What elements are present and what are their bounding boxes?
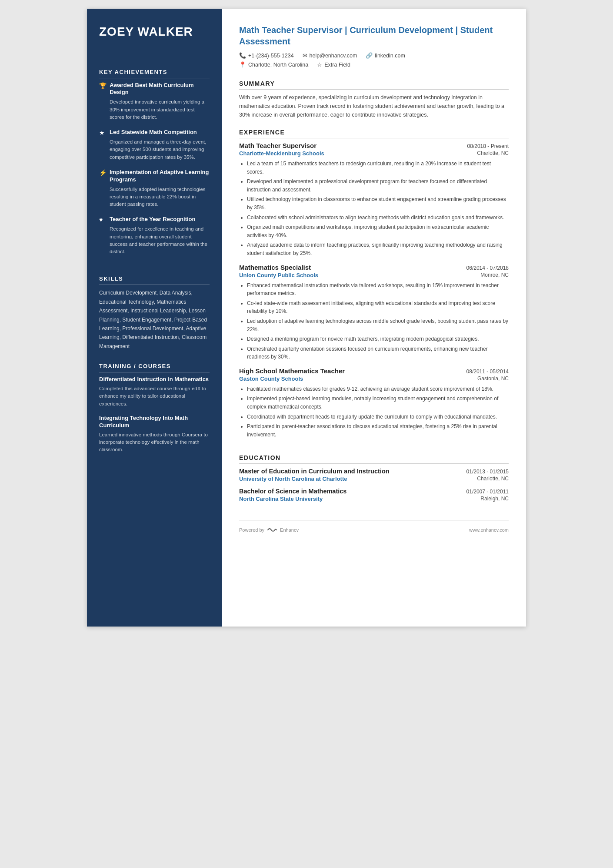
- edu-2-header: Bachelor of Science in Mathematics 01/20…: [239, 487, 509, 496]
- footer-url: www.enhancv.com: [469, 527, 509, 533]
- footer: Powered by Enhancv www.enhancv.com: [239, 520, 509, 533]
- brand-name: Enhancv: [280, 527, 299, 533]
- achievement-2-header: ★ Led Statewide Math Competition: [99, 129, 210, 136]
- achievement-4-title: Teacher of the Year Recognition: [110, 216, 195, 223]
- training-1-desc: Completed this advanced course through e…: [99, 385, 210, 408]
- phone-text: +1-(234)-555-1234: [248, 53, 294, 59]
- edu-1-school-row: University of North Carolina at Charlott…: [239, 476, 509, 482]
- achievements-section-title: KEY ACHIEVEMENTS: [99, 69, 210, 78]
- exp-1-bullet-2: Developed and implemented a professional…: [247, 178, 509, 194]
- exp-2-bullet-4: Designed a mentoring program for novice …: [247, 335, 509, 343]
- achievement-4: ♥ Teacher of the Year Recognition Recogn…: [99, 216, 210, 255]
- achievement-1-desc: Developed innovative curriculum yielding…: [110, 98, 210, 121]
- training-section-title: TRAINING / COURSES: [99, 363, 210, 372]
- exp-2-bullet-3: Led adoption of adaptive learning techno…: [247, 317, 509, 333]
- footer-powered-by: Powered by Enhancv: [239, 527, 299, 533]
- education-2: Bachelor of Science in Mathematics 01/20…: [239, 487, 509, 502]
- exp-1-bullet-1: Led a team of 15 mathematics teachers to…: [247, 160, 509, 176]
- exp-3-bullet-2: Implemented project-based learning modul…: [247, 395, 509, 411]
- contact-row-2: 📍 Charlotte, North Carolina ☆ Extra Fiel…: [239, 61, 509, 68]
- edu-1-school: University of North Carolina at Charlott…: [239, 476, 347, 482]
- contact-email: ✉ help@enhancv.com: [303, 52, 357, 59]
- contact-row: 📞 +1-(234)-555-1234 ✉ help@enhancv.com 🔗…: [239, 52, 509, 59]
- exp-1-bullet-3: Utilized technology integration in class…: [247, 195, 509, 211]
- training-2-desc: Learned innovative methods through Cours…: [99, 431, 210, 454]
- resume-document: ZOEY WALKER KEY ACHIEVEMENTS 🏆 Awarded B…: [87, 9, 526, 627]
- exp-2-company: Union County Public Schools: [239, 272, 318, 278]
- training-1-title: Differentiated Instruction in Mathematic…: [99, 376, 210, 383]
- contact-location: 📍 Charlotte, North Carolina: [239, 61, 308, 68]
- exp-1-bullet-4: Collaborated with school administrators …: [247, 214, 509, 222]
- exp-3-header: High School Mathematics Teacher 08/2011 …: [239, 367, 509, 375]
- exp-2-title: Mathematics Specialist: [239, 264, 311, 271]
- training-2: Integrating Technology Into Math Curricu…: [99, 415, 210, 454]
- exp-3-location: Gastonia, NC: [477, 375, 509, 382]
- exp-2-location: Monroe, NC: [480, 272, 509, 278]
- edu-1-degree: Master of Education in Curriculum and In…: [239, 467, 462, 476]
- location-text: Charlotte, North Carolina: [248, 62, 308, 68]
- summary-section-title: SUMMARY: [239, 80, 509, 90]
- exp-3-company-row: Gaston County Schools Gastonia, NC: [239, 375, 509, 382]
- experience-1: Math Teacher Supervisor 08/2018 - Presen…: [239, 142, 509, 264]
- education-1: Master of Education in Curriculum and In…: [239, 467, 509, 482]
- exp-2-company-row: Union County Public Schools Monroe, NC: [239, 272, 509, 278]
- exp-2-header: Mathematics Specialist 06/2014 - 07/2018: [239, 264, 509, 271]
- experience-2: Mathematics Specialist 06/2014 - 07/2018…: [239, 264, 509, 367]
- achievement-1-header: 🏆 Awarded Best Math Curriculum Design: [99, 82, 210, 97]
- experience-3: High School Mathematics Teacher 08/2011 …: [239, 367, 509, 445]
- edu-2-date: 01/2007 - 01/2011: [466, 489, 509, 495]
- email-text: help@enhancv.com: [310, 53, 357, 59]
- location-icon: 📍: [239, 61, 246, 68]
- training-2-title: Integrating Technology Into Math Curricu…: [99, 415, 210, 429]
- exp-3-bullets: Facilitated mathematics classes for grad…: [239, 385, 509, 439]
- edu-2-degree: Bachelor of Science in Mathematics: [239, 487, 462, 496]
- heart-icon: ♥: [99, 216, 106, 223]
- exp-1-bullet-6: Analyzed academic data to inform teachin…: [247, 241, 509, 257]
- skills-text: Curriculum Development, Data Analysis, E…: [99, 288, 210, 351]
- achievement-3-title: Implementation of Adaptive Learning Prog…: [110, 169, 210, 184]
- achievement-2: ★ Led Statewide Math Competition Organiz…: [99, 129, 210, 161]
- achievement-4-header: ♥ Teacher of the Year Recognition: [99, 216, 210, 223]
- lightning-icon: ⚡: [99, 169, 106, 176]
- exp-1-company-row: Charlotte-Mecklenburg Schools Charlotte,…: [239, 150, 509, 157]
- training-1: Differentiated Instruction in Mathematic…: [99, 376, 210, 408]
- exp-1-bullets: Led a team of 15 mathematics teachers to…: [239, 160, 509, 258]
- edu-1-date: 01/2013 - 01/2015: [466, 469, 509, 475]
- edu-2-school: North Carolina State University: [239, 496, 323, 502]
- education-section-title: EDUCATION: [239, 454, 509, 464]
- exp-1-title: Math Teacher Supervisor: [239, 142, 316, 149]
- exp-2-bullet-5: Orchestrated quarterly orientation sessi…: [247, 345, 509, 361]
- edu-2-location: Raleigh, NC: [480, 496, 509, 502]
- exp-3-company: Gaston County Schools: [239, 375, 303, 382]
- main-title: Math Teacher Supervisor | Curriculum Dev…: [239, 24, 509, 47]
- exp-1-header: Math Teacher Supervisor 08/2018 - Presen…: [239, 142, 509, 149]
- achievement-3: ⚡ Implementation of Adaptive Learning Pr…: [99, 169, 210, 208]
- exp-1-location: Charlotte, NC: [477, 150, 509, 157]
- skills-section-title: SKILLS: [99, 275, 210, 285]
- extra-text: Extra Field: [324, 62, 350, 68]
- experience-section-title: EXPERIENCE: [239, 129, 509, 138]
- powered-by-text: Powered by: [239, 527, 264, 533]
- exp-1-bullet-5: Organized math competitions and workshop…: [247, 223, 509, 239]
- achievement-3-desc: Successfully adopted learning technologi…: [110, 186, 210, 208]
- contact-linkedin: 🔗 linkedin.com: [366, 52, 405, 59]
- main-content: Math Teacher Supervisor | Curriculum Dev…: [222, 9, 526, 627]
- enhancv-logo-icon: [267, 527, 277, 533]
- exp-3-bullet-1: Facilitated mathematics classes for grad…: [247, 385, 509, 393]
- phone-icon: 📞: [239, 52, 246, 59]
- achievement-2-desc: Organized and managed a three-day event,…: [110, 138, 210, 161]
- star-icon: ★: [99, 129, 106, 136]
- exp-2-date: 06/2014 - 07/2018: [466, 265, 509, 271]
- trophy-icon: 🏆: [99, 82, 106, 89]
- achievement-2-title: Led Statewide Math Competition: [110, 129, 197, 136]
- edu-1-location: Charlotte, NC: [477, 476, 509, 482]
- linkedin-text: linkedin.com: [375, 53, 405, 59]
- exp-1-date: 08/2018 - Present: [467, 143, 509, 149]
- achievement-3-header: ⚡ Implementation of Adaptive Learning Pr…: [99, 169, 210, 184]
- exp-2-bullets: Enhanced mathematical instruction method…: [239, 282, 509, 361]
- exp-3-bullet-4: Participated in parent-teacher associati…: [247, 422, 509, 439]
- edu-1-header: Master of Education in Curriculum and In…: [239, 467, 509, 476]
- star-contact-icon: ☆: [317, 61, 322, 68]
- achievement-1: 🏆 Awarded Best Math Curriculum Design De…: [99, 82, 210, 121]
- email-icon: ✉: [303, 52, 307, 59]
